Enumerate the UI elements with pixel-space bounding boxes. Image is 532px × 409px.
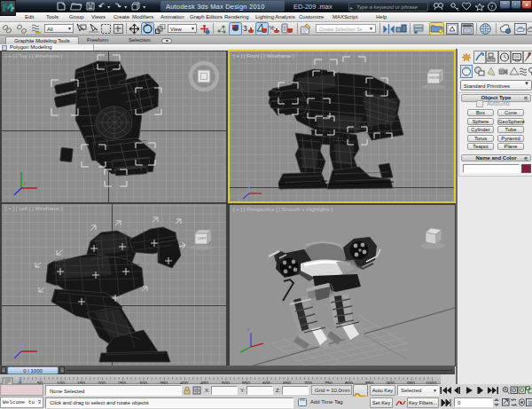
svg-text:%: % — [269, 24, 275, 32]
svg-text:FRONT: FRONT — [429, 75, 442, 80]
svg-text:?: ? — [490, 4, 493, 11]
svg-text:LEFT: LEFT — [198, 236, 207, 240]
svg-text:3: 3 — [243, 24, 247, 33]
